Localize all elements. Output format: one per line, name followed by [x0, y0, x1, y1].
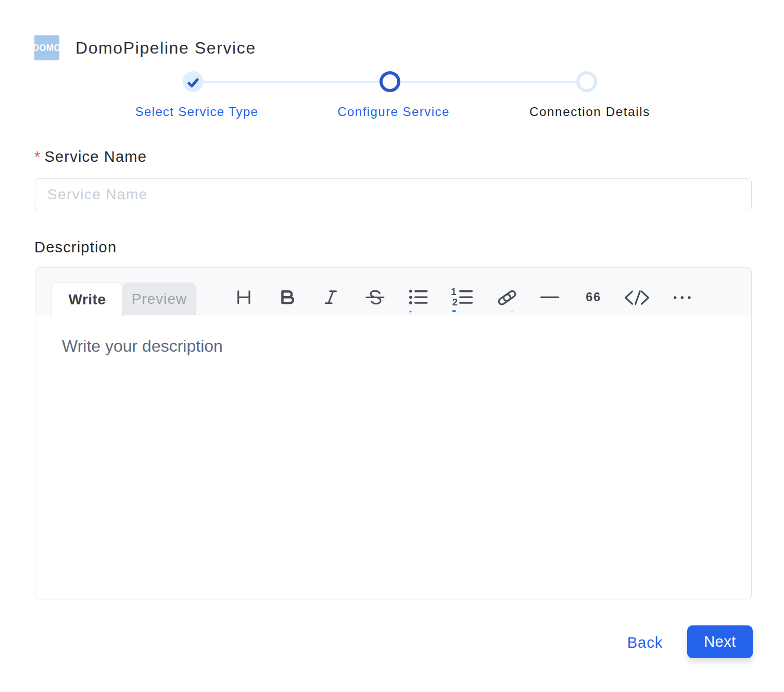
svg-text:1: 1: [451, 286, 456, 297]
svg-text:66: 66: [586, 290, 601, 304]
svg-text:2: 2: [452, 297, 458, 307]
